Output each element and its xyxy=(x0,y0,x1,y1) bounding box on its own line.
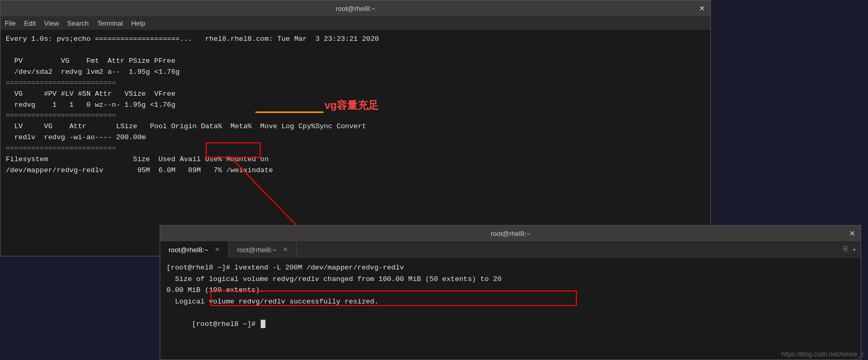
content-line-11: Filesystem Size Used Avail Use% Mounted … xyxy=(6,154,705,165)
main-content: Every 1.0s: pvs;echo ===================… xyxy=(1,30,710,256)
menu-search[interactable]: Search xyxy=(67,19,88,27)
cursor xyxy=(261,320,265,328)
second-tabs: root@rhel8:~ ✕ root@rhel8:~ ✕ ⎘ ▾ xyxy=(160,241,861,258)
content-line-0: Every 1.0s: pvs;echo ===================… xyxy=(6,34,705,45)
main-titlebar: root@rhel8:~ ✕ xyxy=(1,1,710,16)
second-terminal: root@rhel8:~ ✕ root@rhel8:~ ✕ root@rhel8… xyxy=(160,225,861,360)
copy-icon[interactable]: ⎘ xyxy=(843,245,848,254)
tab-2-close[interactable]: ✕ xyxy=(283,246,288,253)
second-close-button[interactable]: ✕ xyxy=(849,229,855,238)
second-title: root@rhel8:~ xyxy=(491,230,530,238)
main-close-button[interactable]: ✕ xyxy=(699,4,705,13)
highlight-200m xyxy=(206,142,261,158)
watermark: https://blog.csdn.net/Aimee_c xyxy=(782,351,864,358)
content-line-2: PV VG Fmt Attr PSize PFree xyxy=(6,56,705,67)
main-terminal: root@rhel8:~ ✕ File Edit View Search Ter… xyxy=(0,0,711,256)
menu-edit[interactable]: Edit xyxy=(24,19,36,27)
content-line-3: /dev/sda2 redvg lvm2 a-- 1.95g <1.76g xyxy=(6,67,705,78)
second-line-4: [root@rhel8 ~]# xyxy=(166,307,854,341)
annotation-vg-capacity: vg容量充足 xyxy=(325,98,379,113)
content-line-4: ========================== xyxy=(6,78,705,89)
second-line-0: [root@rhel8 ~]# lvextend -L 200M /dev/ma… xyxy=(166,262,854,274)
content-line-9: redlv redvg -wi-ao---- 200.00m xyxy=(6,132,705,143)
tab-2-label: root@rhel8:~ xyxy=(237,246,277,254)
tab-1-close[interactable]: ✕ xyxy=(215,246,220,253)
menu-terminal[interactable]: Terminal xyxy=(97,19,123,27)
content-line-10: ========================== xyxy=(6,143,705,154)
second-content: [root@rhel8 ~]# lvextend -L 200M /dev/ma… xyxy=(160,258,861,359)
tab-2[interactable]: root@rhel8:~ ✕ xyxy=(229,241,297,258)
main-title: root@rhel8:~ xyxy=(336,5,375,13)
underline-decoration xyxy=(255,111,324,113)
tab-1-label: root@rhel8:~ xyxy=(169,246,208,254)
menu-file[interactable]: File xyxy=(5,19,16,27)
tab-1[interactable]: root@rhel8:~ ✕ xyxy=(160,241,229,258)
second-titlebar: root@rhel8:~ ✕ xyxy=(160,226,861,241)
highlight-lvextend-cmd xyxy=(210,290,577,306)
content-line-8: LV VG Attr LSize Pool Origin Data% Meta%… xyxy=(6,121,705,132)
content-line-12: /dev/mapper/redvg-redlv 95M 6.0M 89M 7% … xyxy=(6,165,705,176)
menu-help[interactable]: Help xyxy=(131,19,146,27)
second-line-1: Size of logical volume redvg/redlv chang… xyxy=(166,274,854,285)
content-line-1 xyxy=(6,45,705,56)
main-menubar: File Edit View Search Terminal Help xyxy=(1,16,710,30)
menu-view[interactable]: View xyxy=(44,19,59,27)
dropdown-icon[interactable]: ▾ xyxy=(852,245,856,254)
tab-toolbar: ⎘ ▾ xyxy=(839,241,861,258)
